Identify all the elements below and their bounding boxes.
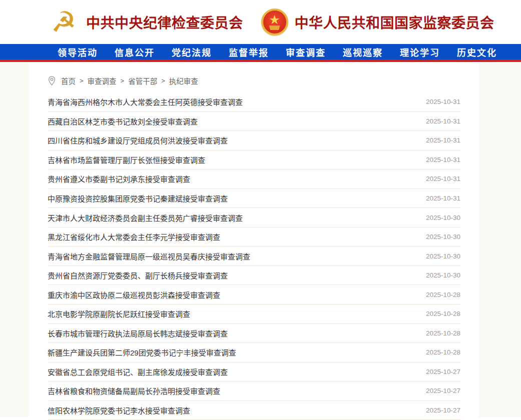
news-date: 2025-10-28 xyxy=(426,330,460,337)
news-title-link[interactable]: 西藏自治区林芝市委书记敖刘全接受审查调查 xyxy=(48,116,198,126)
list-item[interactable]: 青海省海西州格尔木市人大常委会主任阿英德接受审查调查 2025-10-31 xyxy=(48,92,460,112)
breadcrumb-separator: > xyxy=(80,77,84,84)
news-title-link[interactable]: 安徽省总工会原党组书记、副主席徐发成接受审查调查 xyxy=(48,366,228,377)
main-nav: 领导活动 信息公开 党纪法规 监督举报 审查调查 巡视巡察 理论学习 历史文化 xyxy=(0,44,521,62)
breadcrumb-item[interactable]: 省管干部 xyxy=(128,76,157,86)
list-item[interactable]: 青海省地方金融监督管理局原一级巡视员吴春庆接受审查调查 2025-10-30 xyxy=(48,246,460,266)
news-date: 2025-10-27 xyxy=(426,368,460,376)
national-emblem-icon: ★ xyxy=(261,8,288,36)
party-emblem-icon: ☭ xyxy=(48,6,80,38)
breadcrumb-item[interactable]: 首页 xyxy=(61,76,76,86)
nav-item[interactable]: 党纪法规 xyxy=(172,46,212,58)
news-date: 2025-10-30 xyxy=(426,233,460,240)
emblem-star-icon: ★ xyxy=(270,15,280,25)
news-title-link[interactable]: 重庆市渝中区政协原二级巡视员彭洪森接受审查调查 xyxy=(48,290,220,300)
breadcrumb: 首页 > 审查调查 > 省管干部 > 执纪审查 xyxy=(48,62,460,88)
page-body: 首页 > 审查调查 > 省管干部 > 执纪审查 青海省海西州格尔木市人大常委会主… xyxy=(0,62,521,418)
news-title-link[interactable]: 中原豫资投资控股集团原党委书记秦建斌接受审查调查 xyxy=(48,193,228,204)
nav-item[interactable]: 领导活动 xyxy=(58,46,98,58)
breadcrumb-items: 首页 > 审查调查 > 省管干部 > 执纪审查 xyxy=(61,76,198,86)
news-date: 2025-10-31 xyxy=(426,136,460,144)
list-item[interactable]: 西藏自治区林芝市委书记敖刘全接受审查调查 2025-10-31 xyxy=(48,112,460,132)
site-header: ☭ 中共中央纪律检查委员会 ★ 中华人民共和国国家监察委员会 xyxy=(0,0,521,44)
news-date: 2025-10-31 xyxy=(426,194,460,202)
list-item[interactable]: 信阳农林学院原党委书记李水接受审查调查 2025-10-27 xyxy=(48,401,460,420)
breadcrumb-item[interactable]: 审查调查 xyxy=(88,76,117,86)
list-item[interactable]: 天津市人大财政经济委员会副主任委员苑广睿接受审查调查 2025-10-30 xyxy=(48,208,460,228)
news-title-link[interactable]: 吉林省市场监督管理厅副厅长张恒接受审查调查 xyxy=(48,154,205,165)
nav-item[interactable]: 历史文化 xyxy=(457,46,497,58)
breadcrumb-item[interactable]: 执纪审查 xyxy=(169,76,198,86)
news-title-link[interactable]: 青海省地方金融监督管理局原一级巡视员吴春庆接受审查调查 xyxy=(48,251,250,262)
news-date: 2025-10-28 xyxy=(426,310,460,318)
content-panel: 首页 > 审查调查 > 省管干部 > 执纪审查 青海省海西州格尔木市人大常委会主… xyxy=(29,62,479,418)
news-title-link[interactable]: 信阳农林学院原党委书记李水接受审查调查 xyxy=(48,405,190,416)
nav-item[interactable]: 监督举报 xyxy=(229,46,269,58)
news-title-link[interactable]: 贵州省遵义市委副书记刘承东接受审查调查 xyxy=(48,174,190,184)
nav-item[interactable]: 审查调查 xyxy=(286,46,326,58)
brand-nsc-logo[interactable]: ★ 中华人民共和国国家监察委员会 xyxy=(261,8,494,36)
news-title-link[interactable]: 贵州省自然资源厅党委委员、副厅长杨兵接受审查调查 xyxy=(48,270,228,280)
news-date: 2025-10-31 xyxy=(426,156,460,164)
news-date: 2025-10-28 xyxy=(426,291,460,298)
list-item[interactable]: 北京电影学院原副院长尼跃红接受审查调查 2025-10-28 xyxy=(48,304,460,324)
location-pin-icon xyxy=(48,76,56,86)
brand-ccdi-logo[interactable]: ☭ 中共中央纪律检查委员会 xyxy=(48,6,243,38)
news-date: 2025-10-30 xyxy=(426,214,460,222)
list-item[interactable]: 长春市城市管理行政执法局原局长韩志斌接受审查调查 2025-10-28 xyxy=(48,324,460,344)
nsc-title: 中华人民共和国国家监察委员会 xyxy=(295,12,494,32)
page: { "colors": { "nav_bg": "#0a4ec5", "nav_… xyxy=(0,0,521,420)
news-title-link[interactable]: 北京电影学院原副院长尼跃红接受审查调查 xyxy=(48,308,190,319)
list-item[interactable]: 新疆生产建设兵团第二师29团党委书记宁丰接受审查调查 2025-10-28 xyxy=(48,343,460,362)
nav-item[interactable]: 理论学习 xyxy=(400,46,440,58)
news-date: 2025-10-28 xyxy=(426,348,460,356)
list-item[interactable]: 中原豫资投资控股集团原党委书记秦建斌接受审查调查 2025-10-31 xyxy=(48,189,460,208)
news-date: 2025-10-30 xyxy=(426,252,460,260)
news-date: 2025-10-27 xyxy=(426,406,460,414)
list-item[interactable]: 黑龙江省绥化市人大常委会主任李元学接受审查调查 2025-10-30 xyxy=(48,228,460,247)
news-date: 2025-10-31 xyxy=(426,118,460,125)
news-title-link[interactable]: 天津市人大财政经济委员会副主任委员苑广睿接受审查调查 xyxy=(48,212,243,223)
news-title-link[interactable]: 吉林省粮食和物资储备局副局长孙浩明接受审查调查 xyxy=(48,386,220,396)
news-title-link[interactable]: 黑龙江省绥化市人大常委会主任李元学接受审查调查 xyxy=(48,232,220,242)
list-item[interactable]: 安徽省总工会原党组书记、副主席徐发成接受审查调查 2025-10-27 xyxy=(48,362,460,382)
breadcrumb-separator: > xyxy=(121,77,125,84)
news-date: 2025-10-30 xyxy=(426,272,460,279)
list-item[interactable]: 重庆市渝中区政协原二级巡视员彭洪森接受审查调查 2025-10-28 xyxy=(48,285,460,304)
list-item[interactable]: 吉林省粮食和物资储备局副局长孙浩明接受审查调查 2025-10-27 xyxy=(48,382,460,401)
list-item[interactable]: 四川省住房和城乡建设厅党组成员何洪波接受审查调查 2025-10-31 xyxy=(48,131,460,150)
news-title-link[interactable]: 新疆生产建设兵团第二师29团党委书记宁丰接受审查调查 xyxy=(48,347,236,358)
nav-item[interactable]: 信息公开 xyxy=(115,46,155,58)
nav-item[interactable]: 巡视巡察 xyxy=(343,46,383,58)
news-title-link[interactable]: 长春市城市管理行政执法局原局长韩志斌接受审查调查 xyxy=(48,328,228,338)
news-list: 青海省海西州格尔木市人大常委会主任阿英德接受审查调查 2025-10-31 西藏… xyxy=(48,92,460,420)
ccdi-title: 中共中央纪律检查委员会 xyxy=(86,12,243,32)
news-title-link[interactable]: 四川省住房和城乡建设厅党组成员何洪波接受审查调查 xyxy=(48,135,228,146)
breadcrumb-separator: > xyxy=(161,77,165,84)
news-date: 2025-10-31 xyxy=(426,98,460,106)
list-item[interactable]: 贵州省遵义市委副书记刘承东接受审查调查 2025-10-31 xyxy=(48,170,460,189)
list-item[interactable]: 贵州省自然资源厅党委委员、副厅长杨兵接受审查调查 2025-10-30 xyxy=(48,266,460,286)
news-title-link[interactable]: 青海省海西州格尔木市人大常委会主任阿英德接受审查调查 xyxy=(48,96,243,107)
news-date: 2025-10-31 xyxy=(426,175,460,182)
list-item[interactable]: 吉林省市场监督管理厅副厅长张恒接受审查调查 2025-10-31 xyxy=(48,150,460,170)
news-date: 2025-10-27 xyxy=(426,387,460,394)
